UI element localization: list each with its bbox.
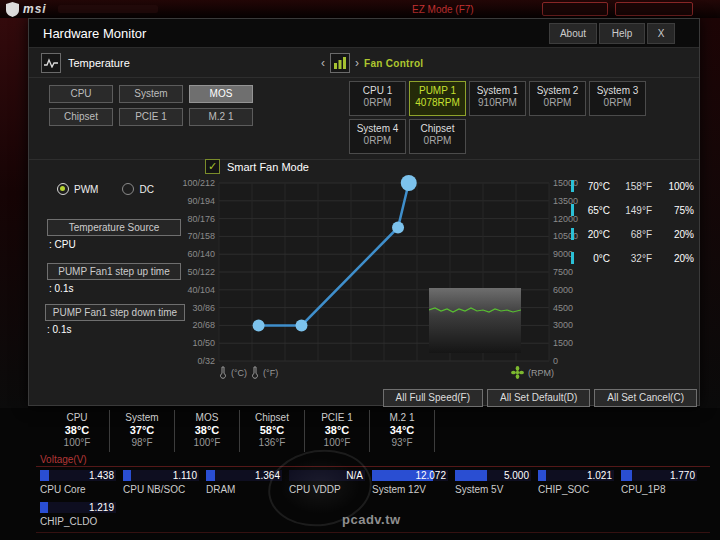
msi-brand-text: msi <box>23 2 47 16</box>
voltage-value: 1.438 <box>89 470 114 481</box>
temp-fahrenheit: 100°F <box>305 437 369 448</box>
fan-tile-pump-1[interactable]: PUMP 14078RPM <box>409 81 466 116</box>
fan-tile-system-2[interactable]: System 20RPM <box>529 81 586 116</box>
fan-tile-rpm: 0RPM <box>350 97 405 108</box>
temp-celsius: 38°C <box>175 424 239 436</box>
bios-title-text <box>58 5 158 13</box>
fan-tile-system-4[interactable]: System 40RPM <box>349 119 406 154</box>
thermometer-icon <box>251 366 259 379</box>
voltage-bar: 5.000 <box>455 470 531 481</box>
axis-tick: 80/176 <box>187 214 215 224</box>
fan-icon <box>511 366 524 379</box>
curve-point[interactable] <box>296 319 308 331</box>
prev-page-arrow[interactable]: ‹ <box>321 54 325 72</box>
footer-button-all-set-cancel-c[interactable]: All Set Cancel(C) <box>594 389 697 407</box>
top-right-button-2[interactable] <box>615 2 693 16</box>
fan-tile-rpm: 4078RPM <box>410 97 465 108</box>
step-down-time-value: : 0.1s <box>47 324 71 335</box>
voltage-chip-soc: 1.021CHIP_SOC <box>538 470 621 495</box>
voltage-bar-fill <box>538 470 546 481</box>
voltage-name: CPU Core <box>40 484 123 495</box>
curve-duty-pct: 75% <box>658 205 694 216</box>
voltage-section-label: Voltage(V) <box>40 454 87 465</box>
fan-tiles: CPU 10RPMPUMP 14078RPMSystem 1910RPMSyst… <box>349 81 701 154</box>
voltage-bar: 1.219 <box>40 502 116 513</box>
step-down-time-button[interactable]: PUMP Fan1 step down time <box>45 304 185 321</box>
ez-mode-label[interactable]: EZ Mode (F7) <box>412 4 474 15</box>
voltage-bar-fill <box>40 502 48 513</box>
footer-button-all-set-default-d[interactable]: All Set Default(D) <box>487 389 590 407</box>
next-page-arrow[interactable]: › <box>355 54 359 72</box>
voltage-system-5v: 5.000System 5V <box>455 470 538 495</box>
fan-tile-chipset[interactable]: Chipset0RPM <box>409 119 466 154</box>
temp-tab-cpu[interactable]: CPU <box>49 85 113 103</box>
temp-tab-m-2-1[interactable]: M.2 1 <box>189 108 253 126</box>
temp-name: MOS <box>175 412 239 423</box>
voltage-value: 5.000 <box>504 470 529 481</box>
curve-point[interactable] <box>401 175 417 191</box>
help-button[interactable]: Help <box>599 23 645 44</box>
axis-tick: 30/86 <box>192 303 215 313</box>
bios-right-background <box>700 18 720 408</box>
curve-temp-f: 68°F <box>616 229 652 240</box>
voltage-value: 1.021 <box>587 470 612 481</box>
screen: msi EZ Mode (F7) Hardware Monitor About … <box>0 0 720 540</box>
curve-point[interactable] <box>253 319 265 331</box>
voltage-bar-fill <box>206 470 215 481</box>
footer-button-all-full-speed-f[interactable]: All Full Speed(F) <box>383 389 483 407</box>
close-button[interactable]: X <box>647 23 675 44</box>
monitor-temp-mos: MOS38°C100°F <box>175 410 240 452</box>
footer-buttons: All Full Speed(F)All Set Default(D)All S… <box>29 389 699 407</box>
check-icon: ✓ <box>208 160 217 172</box>
voltage-bar: 1.770 <box>621 470 697 481</box>
temperature-source-button[interactable]: Temperature Source <box>47 219 181 236</box>
temp-name: System <box>110 412 174 423</box>
axis-tick: 100/212 <box>182 178 215 188</box>
curve-marker-icon <box>571 228 574 240</box>
pwm-radio[interactable]: PWM <box>57 183 98 195</box>
smart-fan-mode-checkbox[interactable]: ✓ <box>205 159 220 174</box>
axis-tick: 0/32 <box>197 356 215 366</box>
curve-point[interactable] <box>392 222 404 234</box>
curve-table-row: 65°C149°F75% <box>571 203 701 217</box>
watermark-glow <box>280 458 360 514</box>
voltage-name: CHIP_CLDO <box>40 516 123 527</box>
voltage-name: CHIP_SOC <box>538 484 621 495</box>
voltage-name: System 12V <box>372 484 455 495</box>
voltage-value: 1.219 <box>89 502 114 513</box>
fan-control-label: Fan Control <box>364 58 423 69</box>
dialog-title: Hardware Monitor <box>43 26 146 41</box>
temp-tab-mos[interactable]: MOS <box>189 85 253 103</box>
voltage-chip-cldo: 1.219CHIP_CLDO <box>40 502 123 527</box>
voltage-system-12v: 12.072System 12V <box>372 470 455 495</box>
fan-tile-cpu-1[interactable]: CPU 10RPM <box>349 81 406 116</box>
chart-x-unit-labels: (°C) (°F) <box>219 366 278 379</box>
fan-tile-name: System 2 <box>530 85 585 96</box>
fan-tile-system-1[interactable]: System 1910RPM <box>469 81 526 116</box>
temperature-icon <box>41 53 61 73</box>
temp-tab-chipset[interactable]: Chipset <box>49 108 113 126</box>
voltage-bar-fill <box>123 470 131 481</box>
temp-celsius: 34°C <box>370 424 434 436</box>
fan-tile-name: PUMP 1 <box>410 85 465 96</box>
fan-tile-system-3[interactable]: System 30RPM <box>589 81 646 116</box>
temp-celsius: 58°C <box>240 424 304 436</box>
msi-logo: msi <box>6 1 47 17</box>
top-right-button-1[interactable] <box>542 2 608 16</box>
fan-tile-rpm: 0RPM <box>410 135 465 146</box>
curve-duty-pct: 20% <box>658 229 694 240</box>
temp-name: PCIE 1 <box>305 412 369 423</box>
curve-table-row: 70°C158°F100% <box>571 179 701 193</box>
voltage-value: 1.770 <box>670 470 695 481</box>
fan-tile-rpm: 0RPM <box>350 135 405 146</box>
axis-tick: 20/68 <box>192 320 215 330</box>
fan-tile-name: System 4 <box>350 123 405 134</box>
temp-tab-pcie-1[interactable]: PCIE 1 <box>119 108 183 126</box>
temp-tab-system[interactable]: System <box>119 85 183 103</box>
step-up-time-button[interactable]: PUMP Fan1 step up time <box>47 263 181 280</box>
curve-temp-f: 158°F <box>616 181 652 192</box>
chart-left-axis: 100/21290/19480/17670/15860/14050/12240/… <box>177 183 215 361</box>
dc-radio[interactable]: DC <box>122 183 153 195</box>
bottom-divider <box>36 532 710 533</box>
about-button[interactable]: About <box>549 23 597 44</box>
